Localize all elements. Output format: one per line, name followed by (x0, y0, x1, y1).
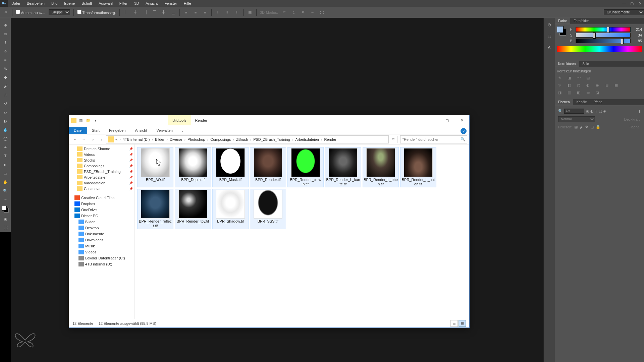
history-panel-icon[interactable]: ◴ (546, 21, 553, 28)
zoom-tool[interactable]: 🔍 (0, 186, 11, 195)
tree-item[interactable]: Dokumente (69, 231, 134, 237)
color-swatch[interactable] (2, 206, 9, 213)
eraser-tool[interactable]: ▱ (0, 108, 11, 117)
paths-tab[interactable]: Pfade (590, 99, 606, 105)
lock-artboard-icon[interactable]: ⬚ (590, 125, 594, 129)
tree-item[interactable]: Lokaler Datenträger (C:) (69, 255, 134, 261)
transform-controls-check[interactable]: Transformationsstrg. (77, 10, 116, 15)
lock-transparent-icon[interactable]: ▦ (574, 125, 578, 129)
menu-filter[interactable]: Filter (116, 0, 131, 6)
quick-mask-toggle[interactable]: ▣ (0, 215, 11, 223)
tree-item[interactable]: Musik (69, 243, 134, 249)
tree-item[interactable]: Dropbox (69, 201, 134, 207)
levels-icon[interactable]: ◨ (566, 75, 572, 80)
adjustments-tab[interactable]: Korrekturen (555, 61, 579, 67)
help-icon[interactable]: ? (461, 128, 467, 134)
ribbon-view-tab[interactable]: Ansicht (130, 127, 152, 134)
ribbon-expand-icon[interactable]: ⌄ (177, 127, 187, 134)
move-tool[interactable]: ✥ (0, 21, 11, 29)
ribbon-file-tab[interactable]: Datei (69, 127, 87, 134)
selective-color-icon[interactable]: ◪ (594, 90, 600, 95)
color-balance-icon[interactable]: ⚖ (576, 82, 582, 88)
lock-all-icon[interactable]: 🔒 (596, 125, 600, 129)
sat-value[interactable]: 34 (633, 33, 642, 37)
filter-type-icon[interactable]: T (595, 109, 597, 113)
bri-value[interactable]: 85 (633, 39, 642, 43)
align-hcenter-icon[interactable]: ┿ (132, 9, 139, 15)
ribbon-share-tab[interactable]: Freigeben (104, 127, 130, 134)
qat-newfolder-icon[interactable]: 📁 (85, 117, 91, 123)
file-thumbnail[interactable]: BPR_Render_reflect.tif (137, 189, 173, 229)
minimize-button[interactable]: — (620, 0, 628, 7)
curves-icon[interactable]: 〰 (576, 75, 582, 80)
distribute-right-icon[interactable]: ⫴ (234, 9, 240, 15)
tree-item[interactable]: Composings📌 (69, 163, 134, 169)
nav-back-button[interactable]: ← (71, 135, 79, 143)
blend-mode-select[interactable]: Normal (558, 116, 595, 122)
auto-align-icon[interactable]: ▦ (247, 9, 253, 15)
tree-item[interactable]: Desktop (69, 225, 134, 231)
tree-item[interactable]: Creative Cloud Files (69, 195, 134, 201)
explorer-minimize-button[interactable]: — (425, 115, 440, 125)
breadcrumb-item[interactable]: Arbeitsdateien (294, 137, 320, 141)
align-right-icon[interactable]: ▕ (142, 9, 148, 15)
tree-item[interactable]: Videos📌 (69, 152, 134, 157)
auto-select-mode[interactable]: Gruppe (49, 9, 70, 15)
refresh-button[interactable]: ⟳ (389, 136, 397, 143)
hand-tool[interactable]: ✋ (0, 178, 11, 186)
lock-position-icon[interactable]: ✥ (585, 125, 588, 129)
tree-item[interactable]: Arbeitsdateien📌 (69, 174, 134, 180)
hue-sat-icon[interactable]: ◧ (566, 82, 572, 88)
close-button[interactable]: ✕ (636, 0, 644, 7)
file-thumbnail[interactable]: BPR_Depth.tif (175, 147, 211, 187)
lock-pixels-icon[interactable]: 🖌 (580, 125, 583, 129)
breadcrumb-item[interactable]: ZBrush (235, 137, 249, 141)
marquee-tool[interactable]: ▭ (0, 29, 11, 38)
blur-tool[interactable]: 💧 (0, 125, 11, 134)
dodge-tool[interactable]: ◯ (0, 134, 11, 143)
maximize-button[interactable]: ▢ (628, 0, 636, 7)
qat-dropdown-icon[interactable]: ▾ (93, 117, 99, 123)
breadcrumb-overflow[interactable]: « (114, 137, 118, 141)
menu-ebene[interactable]: Ebene (61, 0, 78, 6)
align-left-icon[interactable]: ▏ (123, 9, 129, 15)
menu-bild[interactable]: Bild (48, 0, 61, 6)
layers-tab[interactable]: Ebenen (555, 99, 573, 105)
menu-datei[interactable]: Datei (8, 0, 23, 6)
eyedropper-tool[interactable]: ✎ (0, 64, 11, 73)
file-thumbnail[interactable]: BPR_Mask.tif (212, 147, 249, 187)
menu-auswahl[interactable]: Auswahl (95, 0, 116, 6)
screen-mode-toggle[interactable]: ⛶ (0, 223, 11, 232)
menu-hilfe[interactable]: Hilfe (180, 0, 195, 6)
bri-slider[interactable] (576, 39, 631, 43)
breadcrumb-item[interactable]: 4TB internal (D:) (122, 137, 151, 141)
auto-select-check[interactable]: Autom. ausw... (16, 10, 45, 15)
file-thumbnail[interactable]: BPR_Render_L_unten.tif (400, 147, 436, 187)
menu-ansicht[interactable]: Ansicht (142, 0, 161, 6)
shape-tool[interactable]: ▭ (0, 169, 11, 178)
file-thumbnail[interactable]: BPR_Render_toy.tif (175, 189, 211, 229)
color-tab[interactable]: Farbe (555, 18, 570, 24)
menu-3d[interactable]: 3D (131, 0, 142, 6)
photo-filter-icon[interactable]: ◉ (594, 82, 600, 88)
workspace-select[interactable]: Grundelemente (604, 9, 644, 15)
nav-up-button[interactable]: ↑ (97, 135, 105, 143)
ribbon-start-tab[interactable]: Start (87, 127, 104, 134)
healing-tool[interactable]: ✚ (0, 73, 11, 82)
gradient-map-icon[interactable]: ▭ (585, 90, 591, 95)
spectrum-strip[interactable] (557, 46, 642, 52)
tree-item[interactable]: Stocks📌 (69, 157, 134, 163)
tree-item[interactable]: PSD_ZBrush_Training📌 (69, 169, 134, 174)
posterize-icon[interactable]: ▥ (566, 90, 572, 95)
path-select-tool[interactable]: ▸ (0, 160, 11, 169)
edit-toolbar[interactable]: ⋯ (0, 195, 11, 204)
magic-wand-tool[interactable]: ✧ (0, 47, 11, 56)
filter-icon[interactable]: 🔍 (558, 109, 563, 113)
brush-tool[interactable]: 🖌 (0, 82, 11, 90)
brightness-icon[interactable]: ☀ (557, 75, 563, 80)
breadcrumb[interactable]: « ›4TB internal (D:)›Bilder›Diverse›Phot… (106, 135, 389, 143)
channel-mixer-icon[interactable]: ⊞ (604, 82, 610, 88)
tree-item[interactable]: Dateien Simone📌 (69, 146, 134, 152)
filter-pixel-icon[interactable]: ▣ (586, 109, 589, 113)
ribbon-manage-tab[interactable]: Verwalten (152, 127, 177, 134)
